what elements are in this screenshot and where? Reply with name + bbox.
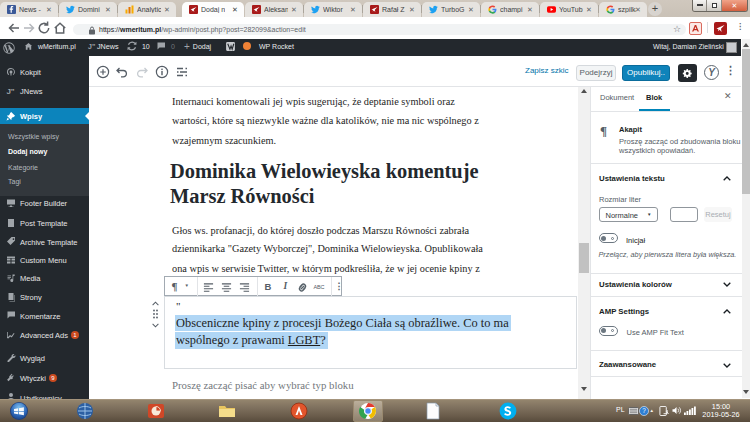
svg-text:?: ? bbox=[642, 407, 646, 414]
